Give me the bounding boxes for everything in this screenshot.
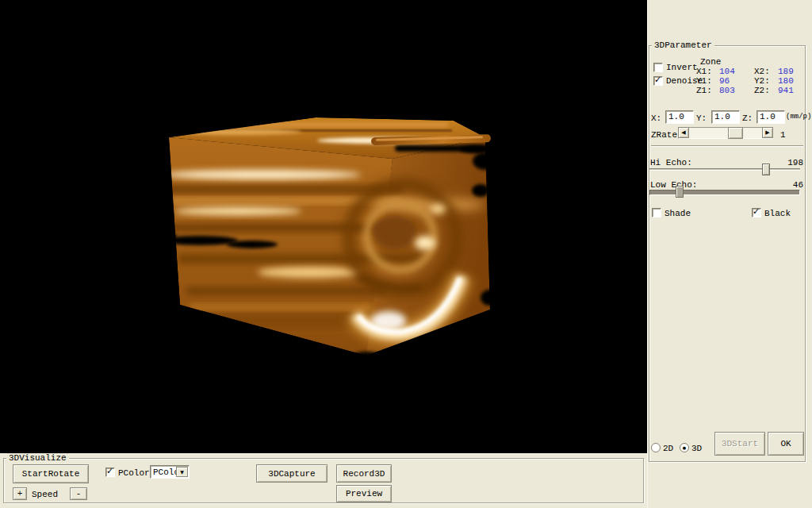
zone-y2-value: 180 [778, 76, 794, 86]
pcolor-combobox[interactable]: PColor ▼ [150, 465, 190, 479]
pcolor-checkbox[interactable]: ✓ [105, 468, 115, 477]
scale-z-label: Z: [742, 114, 753, 123]
low-echo-slider-thumb[interactable] [676, 186, 684, 198]
speed-plus-button[interactable]: + [13, 487, 27, 500]
parameter-separator [651, 145, 803, 147]
invert-label: Invert [666, 63, 698, 72]
scale-y-label: Y: [696, 114, 707, 123]
zone-z1-label: Z1: [696, 86, 712, 95]
scale-x-input[interactable]: 1.0 [665, 110, 694, 124]
ok-button[interactable]: OK [768, 432, 804, 456]
zrate-scroll-thumb[interactable] [728, 127, 743, 139]
radio-2d-label: 2D [663, 444, 673, 453]
low-echo-value: 46 [769, 180, 803, 190]
low-echo-label: Low Echo: [650, 180, 697, 190]
black-checkbox[interactable]: ✓ [752, 208, 761, 217]
scale-z-input[interactable]: 1.0 [756, 110, 785, 124]
invert-checkbox[interactable] [653, 63, 663, 72]
hi-echo-slider-thumb[interactable] [762, 164, 770, 175]
hi-echo-label: Hi Echo: [650, 158, 692, 167]
zone-y1-value: 96 [719, 76, 730, 86]
zone-z2-value: 941 [778, 86, 794, 95]
preview-button[interactable]: Preview [336, 485, 392, 502]
zone-x1-label: X1: [696, 67, 712, 76]
combo-arrow-icon[interactable]: ▼ [176, 467, 188, 477]
zrate-value: 1 [780, 130, 786, 140]
3dstart-button[interactable]: 3DStart [714, 432, 765, 456]
visualize-group-title: 3DVisualize [6, 453, 69, 463]
zone-y1-label: Y1: [696, 76, 712, 86]
speed-minus-button[interactable]: - [70, 487, 87, 500]
record3d-button[interactable]: Record3D [336, 464, 392, 483]
zone-z2-label: Z2: [754, 86, 770, 95]
radio-3d-label: 3D [691, 444, 702, 453]
volume-render[interactable] [0, 0, 647, 453]
radio-3d[interactable]: ● [680, 443, 689, 452]
scale-y-input[interactable]: 1.0 [711, 110, 740, 124]
app-window: { "app": { "panel_background": "#ECE9D8"… [0, 0, 812, 508]
shade-label: Shade [665, 209, 691, 218]
zrate-scroll-right-button[interactable]: ▶ [762, 127, 773, 138]
pcolor-label: PColor [118, 468, 150, 478]
shade-checkbox[interactable] [652, 208, 661, 217]
zrate-scrollbar[interactable] [678, 127, 773, 139]
denoise-checkbox[interactable]: ✓ [653, 76, 663, 86]
hi-echo-slider[interactable] [649, 168, 800, 171]
radio-2d[interactable] [651, 443, 661, 452]
render-viewport[interactable] [0, 0, 647, 453]
zone-title: Zone [700, 57, 721, 67]
zone-x2-label: X2: [754, 67, 770, 76]
start-rotate-button[interactable]: StartRotate [13, 464, 89, 483]
zrate-label: ZRate [651, 130, 677, 140]
zrate-scroll-left-button[interactable]: ◀ [678, 127, 689, 138]
zone-x2-value: 189 [778, 67, 794, 76]
scale-unit-label: (mm/p) [786, 112, 811, 121]
parameter-groupbox [649, 45, 806, 462]
zone-x1-value: 104 [719, 67, 735, 76]
black-label: Black [764, 209, 791, 218]
3dcapture-button[interactable]: 3DCapture [256, 464, 327, 483]
zone-z1-value: 803 [719, 86, 735, 95]
speed-label: Speed [32, 490, 58, 499]
hi-echo-value: 198 [769, 158, 803, 167]
zone-y2-label: Y2: [754, 76, 770, 86]
parameter-group-title: 3DParameter [652, 40, 714, 50]
scale-x-label: X: [651, 114, 661, 123]
low-echo-slider[interactable] [649, 190, 800, 195]
